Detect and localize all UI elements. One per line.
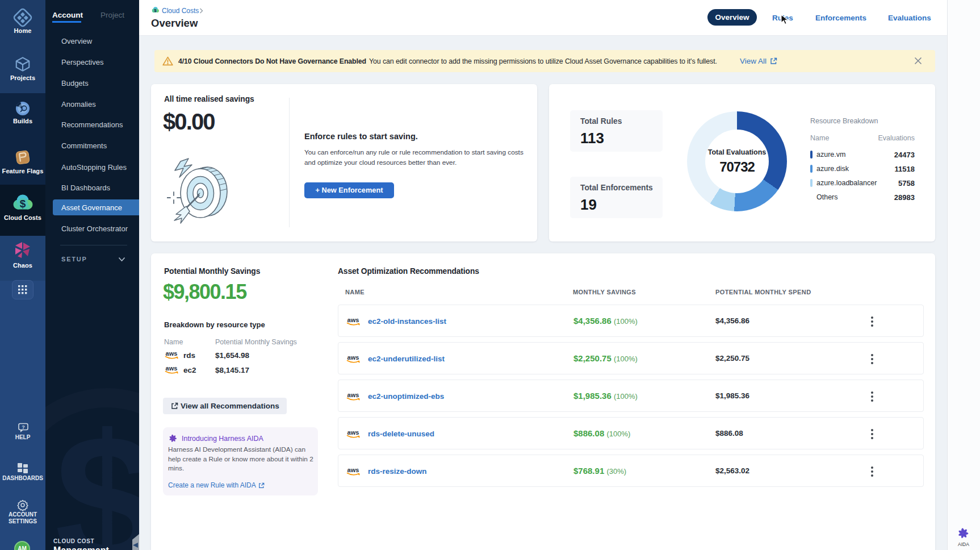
svg-text:aws: aws (347, 354, 359, 361)
svg-text:aws: aws (347, 466, 359, 473)
svg-text:$: $ (20, 198, 26, 210)
svg-text:aws: aws (166, 365, 178, 372)
svg-text:aws: aws (166, 350, 178, 357)
svg-text:aws: aws (347, 429, 359, 436)
svg-text:aws: aws (347, 316, 359, 323)
svg-text:$: $ (154, 8, 156, 13)
svg-text:aws: aws (347, 391, 359, 398)
svg-text:$: $ (55, 395, 139, 550)
svg-text:?: ? (22, 424, 25, 430)
